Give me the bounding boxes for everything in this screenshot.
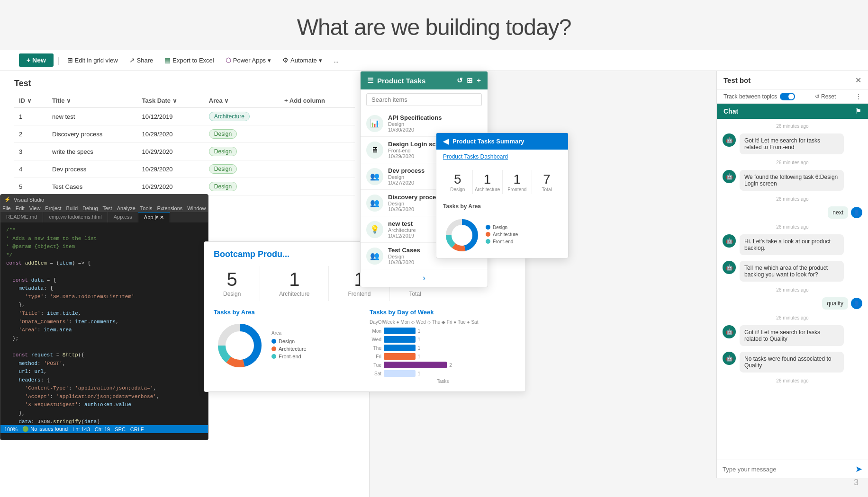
more-button[interactable]: ... <box>330 54 343 66</box>
pts-donut-svg <box>443 216 481 254</box>
chevron-down-icon-2: ▾ <box>319 57 322 64</box>
pts-summary-panel: ◀ Product Tasks Summary Product Tasks Da… <box>436 133 569 258</box>
chat-time-1: 26 minutes ago <box>723 124 862 129</box>
toolbar: + New | ⊞ Edit in grid view ↗ Share ▦ Ex… <box>0 50 868 71</box>
pt-search <box>361 89 488 110</box>
pt-item-title: API Specifications <box>388 114 442 121</box>
user-bubble-1: next <box>828 206 848 219</box>
reset-button[interactable]: ↺ Reset <box>815 93 836 100</box>
user-msg-1: next 👤 <box>723 206 862 219</box>
chat-label: Chat <box>723 107 738 115</box>
share-button[interactable]: ↗ Share <box>126 54 157 66</box>
cell-title: Test Cases <box>47 178 137 195</box>
track-toggle[interactable] <box>780 93 795 100</box>
pt-item-title: Discovery process <box>388 194 443 201</box>
charts-row: Tasks by Area Area Design Architecture F… <box>214 309 516 384</box>
pts-label-frontend: Frontend <box>503 187 532 192</box>
cell-date: 10/29/2020 <box>137 143 204 160</box>
cell-area: Design <box>204 160 280 178</box>
share-icon: ↗ <box>129 56 135 64</box>
pt-item-sub: Architecture <box>388 227 416 233</box>
send-button[interactable]: ➤ <box>855 464 862 474</box>
cell-area: Architecture <box>204 107 280 125</box>
bar-value: 1 <box>418 328 421 334</box>
new-button[interactable]: + New <box>19 53 54 67</box>
test-bot-panel: Test bot ✕ Track between topics ↺ Reset … <box>716 71 868 478</box>
table-row: 2 Discovery process 10/29/2020 Design <box>14 125 355 143</box>
table-row: 3 write the specs 10/29/2020 Design <box>14 143 355 160</box>
filter-icon[interactable]: ⊞ <box>467 76 473 85</box>
bot-avatar-3: 🤖 <box>723 234 736 248</box>
bot-msg-2: 🤖 We found the following task 6:Design L… <box>723 170 862 191</box>
edit-grid-button[interactable]: ⊞ Edit in grid view <box>63 54 122 66</box>
tab-html[interactable]: cmp.vw.todoitems.html <box>43 212 108 222</box>
bar-fill <box>384 370 416 377</box>
bar-row: Mon 1 <box>370 328 516 334</box>
excel-icon: ▦ <box>164 56 171 64</box>
pt-next-button[interactable]: › <box>361 269 488 287</box>
col-id: ID ∨ <box>14 94 47 107</box>
bar-fill <box>384 362 447 368</box>
cell-date: 10/29/2020 <box>137 178 204 195</box>
cell-title: new test <box>47 107 137 125</box>
cell-area: Design <box>204 178 280 195</box>
status-issues: 🟢 No issues found <box>22 426 68 432</box>
col-add[interactable]: + Add column <box>280 94 355 107</box>
pts-dashboard-link[interactable]: Product Tasks Dashboard <box>436 150 568 164</box>
chat-messages: 26 minutes ago 🤖 Got it! Let me search f… <box>717 119 868 460</box>
search-input[interactable] <box>366 93 482 106</box>
bot-msg-5: 🤖 Got it! Let me search for tasks relate… <box>723 325 862 346</box>
user-bubble-2: quality <box>822 297 848 310</box>
donut-svg <box>214 320 266 372</box>
area-legend: Area Design Architecture Front-end <box>271 330 307 361</box>
tab-readme[interactable]: README.md <box>0 212 43 222</box>
stat-label-total: Total <box>409 291 421 297</box>
bot-avatar-6: 🤖 <box>723 352 736 365</box>
cell-date: 10/12/2019 <box>137 107 204 125</box>
add-icon[interactable]: + <box>477 76 481 85</box>
bar-day-label: Thu <box>370 346 381 351</box>
pts-stat-design: 5 Design <box>443 170 473 194</box>
pt-item-avatar: 🖥 <box>366 142 383 159</box>
pts-area-title: Tasks by Area <box>436 200 568 213</box>
cell-area: Design <box>204 125 280 143</box>
pts-stat-arch: 1 Architecture <box>473 170 503 194</box>
chat-input[interactable] <box>723 466 851 473</box>
bar-value: 1 <box>418 337 421 342</box>
bar-day-label: Fri <box>370 354 381 359</box>
vscode-statusbar: 100% 🟢 No issues found Ln: 143 Ch: 19 SP… <box>0 425 208 433</box>
chat-time-3: 26 minutes ago <box>723 196 862 202</box>
tab-css[interactable]: App.css <box>108 212 138 222</box>
bar-fill <box>384 336 416 343</box>
col-date: Task Date ∨ <box>137 94 204 107</box>
bot-avatar-1: 🤖 <box>723 133 736 147</box>
bar-fill <box>384 345 416 351</box>
cell-title: write the specs <box>47 143 137 160</box>
cell-date: 10/29/2020 <box>137 125 204 143</box>
track-topics: Track between topics <box>723 93 795 100</box>
tab-appjs[interactable]: App.js ✕ <box>138 212 171 222</box>
bot-bubble-3: Hi. Let's take a look at our product bac… <box>740 234 844 255</box>
main-content: Test ID ∨ Title ∨ Task Date ∨ Area ∨ + A… <box>0 71 868 497</box>
pts-label-arch: Architecture <box>473 187 502 192</box>
tasks-by-area-title: Tasks by Area <box>214 309 360 316</box>
power-apps-button[interactable]: ⬡ Power Apps ▾ <box>222 54 275 66</box>
pts-back-button[interactable]: ◀ <box>443 137 449 146</box>
export-button[interactable]: ▦ Export to Excel <box>161 54 217 66</box>
pt-item-avatar: 👥 <box>366 195 383 212</box>
bot-msg-6: 🤖 No tasks were found associated to Qual… <box>723 352 862 373</box>
chevron-down-icon: ▾ <box>268 57 271 64</box>
bot-bubble-5: Got it! Let me search for tasks related … <box>740 325 844 346</box>
tasks-by-area-section: Tasks by Area Area Design Architecture F… <box>214 309 360 384</box>
pt-item-title: Test Cases <box>388 247 420 254</box>
pts-label-design: Design <box>443 187 472 192</box>
automate-button[interactable]: ⚙ Automate ▾ <box>279 54 326 66</box>
page-title: What are we building today? <box>0 0 868 50</box>
table-header-row: ID ∨ Title ∨ Task Date ∨ Area ∨ + Add co… <box>14 94 355 107</box>
bar-day-label: Sat <box>370 371 381 376</box>
refresh-icon[interactable]: ↺ <box>457 76 463 85</box>
col-title: Title ∨ <box>47 94 137 107</box>
bot-bubble-6: No tasks were found associated to Qualit… <box>740 352 844 373</box>
more-options-icon[interactable]: ⋮ <box>856 93 861 100</box>
close-button[interactable]: ✕ <box>855 76 861 85</box>
